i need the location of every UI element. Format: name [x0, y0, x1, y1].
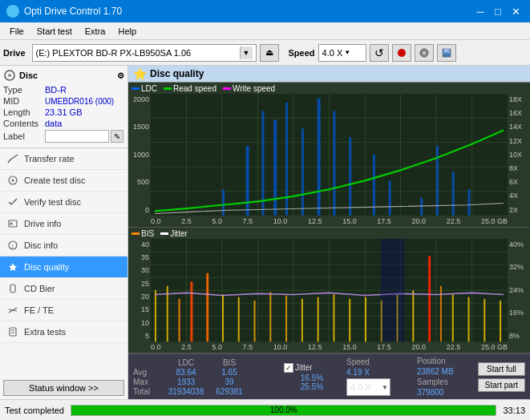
drive-selector[interactable]: (E:) PLEXTOR BD-R PX-LB950SA 1.06 ▼	[32, 44, 257, 62]
svg-rect-90	[500, 301, 501, 341]
sidebar-item-disc-info[interactable]: i Disc info	[0, 235, 127, 256]
start-full-button[interactable]: Start full	[478, 362, 525, 376]
record-button[interactable]	[392, 44, 411, 62]
content-area: ⭐ Disc quality LDC Read speed	[128, 66, 530, 399]
max-ldc: 1933	[162, 378, 210, 386]
stats-bar: LDC BIS Avg 83.64 1.65 Max 1933 39 Tot	[128, 353, 530, 399]
avg-jitter: 16.5%	[284, 374, 340, 382]
disc-contents-field: Contents data	[3, 119, 124, 128]
sidebar-item-drive-info[interactable]: Drive info	[0, 213, 127, 235]
svg-rect-46	[420, 198, 423, 216]
svg-rect-45	[389, 180, 391, 215]
jitter-header: Jitter	[295, 363, 313, 372]
speed-value: 4.0 X	[322, 48, 343, 58]
sidebar-item-fe-te[interactable]: FE / TE	[0, 300, 127, 321]
disc-icon	[3, 69, 16, 82]
svg-rect-15	[10, 285, 15, 293]
disc-quality-header: ⭐ Disc quality	[128, 66, 530, 83]
speed-stats-value: 4.19 X	[346, 368, 411, 377]
sidebar-item-verify-test-disc[interactable]: Verify test disc	[0, 192, 127, 213]
svg-rect-81	[365, 297, 366, 341]
menu-bar: File Start test Extra Help	[0, 22, 530, 40]
verify-icon	[6, 196, 19, 208]
samples-label: Samples	[417, 378, 454, 386]
svg-point-0	[398, 49, 406, 57]
sidebar-item-disc-quality[interactable]: Disc quality	[0, 256, 127, 278]
start-part-button[interactable]: Start part	[478, 378, 525, 392]
dq-icon: ⭐	[133, 67, 147, 80]
disc-settings-icon[interactable]: ⚙	[117, 71, 124, 80]
action-buttons: Start full Start part	[478, 362, 525, 392]
svg-text:i: i	[12, 243, 14, 250]
read-speed-dot	[164, 87, 172, 90]
label-input[interactable]	[45, 130, 109, 143]
speed-stats: Speed 4.19 X 4.0 X ▼	[346, 357, 411, 396]
ldc-header: LDC	[162, 358, 210, 367]
extra-tests-icon	[6, 325, 19, 338]
verify-label: Verify test disc	[24, 197, 81, 207]
ldc-legend: LDC	[131, 84, 157, 93]
drive-label: Drive	[3, 48, 26, 58]
maximize-button[interactable]: □	[490, 3, 506, 19]
disc-title: Disc	[19, 71, 38, 80]
jitter-checkbox[interactable]: ✓	[284, 363, 293, 373]
svg-point-7	[8, 74, 11, 77]
write-speed-legend: Write speed	[223, 84, 275, 93]
speed-selector[interactable]: 4.0 X ▼	[318, 44, 366, 62]
fe-te-label: FE / TE	[24, 305, 54, 315]
mid-label: MID	[3, 96, 45, 106]
stats-empty	[133, 358, 159, 367]
contents-value: data	[45, 119, 62, 128]
svg-point-11	[10, 223, 13, 225]
contents-label: Contents	[3, 119, 45, 128]
chart2-y-right: 40% 32% 24% 16% 8%	[508, 240, 530, 340]
minimize-button[interactable]: ─	[472, 3, 488, 19]
disc-info-label: Disc info	[24, 240, 58, 250]
chart2-x-axis: 0.0 2.5 5.0 7.5 10.0 12.5 15.0 17.5 20.0…	[151, 343, 508, 351]
status-text: Test completed	[5, 406, 64, 415]
menu-help[interactable]: Help	[111, 25, 143, 38]
svg-rect-47	[436, 146, 439, 216]
menu-start-test[interactable]: Start test	[30, 25, 79, 38]
progress-bar: 100.0%	[71, 405, 496, 416]
drive-dropdown-arrow[interactable]: ▼	[240, 46, 253, 59]
mid-value: UMEBDR016 (000)	[45, 97, 114, 106]
eject-button[interactable]: ⏏	[260, 44, 279, 62]
disc-quality-title: Disc quality	[150, 68, 204, 79]
menu-file[interactable]: File	[3, 25, 30, 38]
menu-extra[interactable]: Extra	[79, 25, 112, 38]
disc-quality-icon	[6, 260, 19, 273]
svg-line-17	[9, 309, 17, 311]
sidebar-item-create-test-disc[interactable]: Create test disc	[0, 170, 127, 192]
bis-dot	[131, 232, 140, 235]
create-test-disc-icon	[6, 174, 19, 187]
chart2-svg-container	[151, 239, 508, 341]
svg-rect-36	[246, 146, 249, 216]
disc-button[interactable]	[415, 44, 434, 62]
position-label: Position	[417, 357, 454, 365]
svg-rect-72	[222, 294, 224, 341]
svg-rect-69	[179, 299, 180, 341]
svg-rect-89	[483, 299, 485, 341]
sidebar-item-extra-tests[interactable]: Extra tests	[0, 321, 127, 343]
close-button[interactable]: ✕	[508, 3, 524, 19]
status-window-button[interactable]: Status window >>	[3, 380, 124, 396]
speed-stats-dropdown[interactable]: 4.0 X ▼	[346, 378, 390, 396]
refresh-button[interactable]: ↺	[370, 44, 389, 62]
type-value: BD-R	[45, 85, 67, 95]
label-edit-button[interactable]: ✎	[111, 130, 123, 143]
chart2-svg	[151, 239, 508, 341]
fe-te-icon	[6, 304, 19, 317]
progress-label: 100.0%	[71, 406, 496, 415]
save-button[interactable]	[437, 44, 456, 62]
svg-rect-67	[155, 290, 156, 341]
svg-rect-43	[349, 137, 351, 216]
sidebar-item-transfer-rate[interactable]: Transfer rate	[0, 148, 127, 170]
svg-point-9	[12, 180, 14, 182]
position-stats: Position 23862 MB Samples 379800	[417, 357, 454, 397]
svg-rect-35	[222, 189, 225, 216]
ldc-dot	[131, 87, 140, 90]
chart1-svg	[151, 94, 508, 216]
svg-rect-91	[381, 239, 405, 341]
sidebar-item-cd-bier[interactable]: CD Bier	[0, 278, 127, 300]
